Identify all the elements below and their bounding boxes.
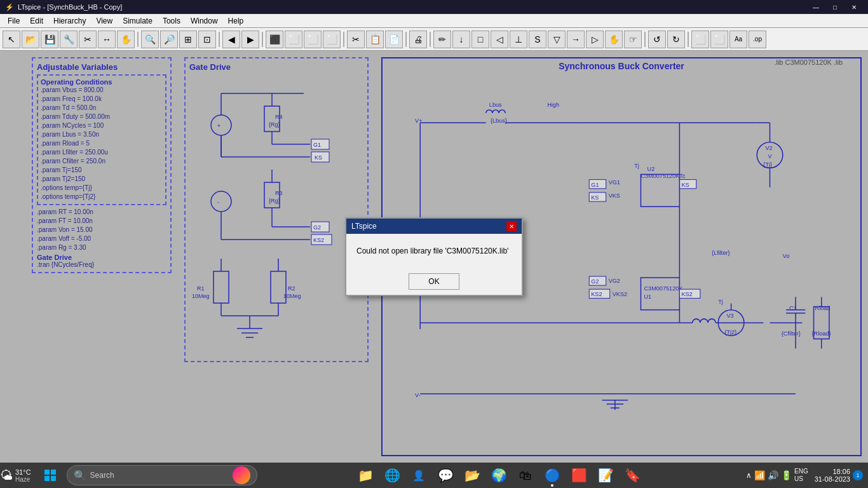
taskbar-app-folder[interactable]: 📂	[459, 463, 485, 488]
tb-component[interactable]: 🔧	[60, 30, 78, 48]
restore-button[interactable]: □	[826, 1, 844, 13]
tb-source[interactable]: ▽	[548, 30, 566, 48]
tb-copy[interactable]: 📋	[366, 30, 384, 48]
tb-pan[interactable]: ☞	[624, 30, 642, 48]
taskbar-app-profile[interactable]: 👤	[406, 463, 431, 488]
taskbar-app-bookmark[interactable]: 🔖	[620, 463, 645, 488]
taskbar-app-browser[interactable]: 🌍	[486, 463, 512, 488]
titlebar-title: LTspice - [SynchBuck_HB - Copy]	[18, 3, 122, 11]
tb-right[interactable]: →	[567, 30, 585, 48]
tb-zoom-in[interactable]: 🔍	[141, 30, 159, 48]
notification-badge[interactable]: 1	[853, 470, 863, 480]
tb-current[interactable]: □	[471, 30, 489, 48]
schematic[interactable]: .lib C3M0075120K .lib Adjustable Variabl…	[0, 51, 868, 463]
taskbar-app-chrome[interactable]: 🔵	[539, 463, 565, 488]
menu-view[interactable]: View	[91, 15, 118, 27]
tb-probe[interactable]: ◁	[491, 30, 508, 48]
tb-hand[interactable]: ✋	[117, 30, 135, 48]
menu-simulate[interactable]: Simulate	[118, 15, 158, 27]
sound-icon[interactable]: 🔊	[768, 470, 778, 480]
close-button[interactable]: ✕	[845, 1, 863, 13]
titlebar-controls: — □ ✕	[807, 1, 863, 13]
menu-help[interactable]: Help	[223, 15, 249, 27]
search-icon: 🔍	[74, 470, 86, 482]
tb-separator-6	[430, 32, 431, 47]
tb-print[interactable]: 🖨	[409, 30, 427, 48]
tb-open[interactable]: 📂	[22, 30, 39, 48]
taskbar-search-bar[interactable]: 🔍 Search	[67, 465, 257, 485]
menubar: File Edit Hierarchy View Simulate Tools …	[0, 14, 868, 28]
minimize-button[interactable]: —	[807, 1, 825, 13]
battery-icon[interactable]: 🔋	[781, 470, 792, 480]
tb-net[interactable]: ⬛	[266, 30, 283, 48]
tb-label[interactable]: ⬜	[304, 30, 322, 48]
tb-text2[interactable]: ⬜	[710, 30, 728, 48]
tb-spice[interactable]: .op	[749, 30, 766, 48]
tb-font[interactable]: Aa	[729, 30, 747, 48]
titlebar: ⚡ LTspice - [SynchBuck_HB - Copy] — □ ✕	[0, 0, 868, 14]
tb-cut[interactable]: ✂	[347, 30, 365, 48]
menu-edit[interactable]: Edit	[25, 15, 48, 27]
windows-icon	[44, 469, 57, 482]
dialog-titlebar: LTspice ✕	[346, 219, 522, 234]
tb-buf[interactable]: ▷	[586, 30, 604, 48]
dialog-title: LTspice	[351, 222, 377, 231]
tb-zoom-fit[interactable]: ⊡	[198, 30, 216, 48]
tb-gnd[interactable]: ⊥	[510, 30, 527, 48]
tb-scroll[interactable]: ✋	[605, 30, 623, 48]
tb-separator-3	[262, 32, 263, 47]
titlebar-left: ⚡ LTspice - [SynchBuck_HB - Copy]	[5, 3, 122, 11]
menu-window[interactable]: Window	[186, 15, 223, 27]
toolbar: ↖ 📂 💾 🔧 ✂ ↔ ✋ 🔍 🔎 ⊞ ⊡ ◀ ▶ ⬛ ⬜ ⬜ ⬜ ✂ 📋 📄 …	[0, 28, 868, 51]
tb-pen[interactable]: ✏	[433, 30, 451, 48]
network-icon[interactable]: 📶	[754, 470, 765, 480]
tb-prev[interactable]: ◀	[222, 30, 240, 48]
search-placeholder: Search	[90, 471, 114, 480]
show-hidden-icons[interactable]: ∧	[746, 471, 752, 480]
tb-separator-1	[137, 32, 139, 47]
menu-tools[interactable]: Tools	[158, 15, 186, 27]
system-clock[interactable]: 18:06 31-08-2023	[815, 468, 850, 483]
tb-drag[interactable]: ↔	[98, 30, 116, 48]
dialog-message-text: Could not open library file 'C3M0075120K…	[356, 247, 508, 255]
error-dialog: LTspice ✕ Could not open library file 'C…	[345, 217, 523, 296]
taskbar: 🌤 31°C Haze 🔍 Search 📁 🌐 👤 💬 📂 🌍 🛍 🔵	[0, 463, 868, 488]
taskbar-app-store[interactable]: 🛍	[513, 463, 538, 488]
taskbar-app-discord[interactable]: 💬	[433, 463, 458, 488]
search-avatar	[233, 466, 250, 484]
taskbar-app-file-explorer[interactable]: 📁	[353, 463, 378, 488]
tb-redo[interactable]: ↻	[667, 30, 685, 48]
tb-separator-8	[688, 32, 689, 47]
tb-cursor[interactable]: ↖	[3, 30, 20, 48]
dialog-close-button[interactable]: ✕	[506, 221, 517, 231]
tb-port2[interactable]: S	[529, 30, 546, 48]
tb-undo[interactable]: ↺	[648, 30, 666, 48]
tb-zoom-select[interactable]: ⊞	[179, 30, 197, 48]
menu-hierarchy[interactable]: Hierarchy	[48, 15, 91, 27]
tb-text1[interactable]: ⬜	[691, 30, 709, 48]
tb-move[interactable]: ✂	[79, 30, 97, 48]
tb-voltage[interactable]: ↓	[452, 30, 470, 48]
tb-bus[interactable]: ⬜	[285, 30, 302, 48]
svg-rect-123	[44, 476, 50, 481]
clock-date: 31-08-2023	[815, 475, 850, 483]
language-indicator[interactable]: ENGUS	[794, 468, 808, 483]
taskbar-app-notes[interactable]: 📝	[593, 463, 618, 488]
main-canvas[interactable]: .lib C3M0075120K .lib Adjustable Variabl…	[0, 51, 868, 463]
tb-save[interactable]: 💾	[41, 30, 58, 48]
start-button[interactable]	[36, 463, 64, 488]
tb-next[interactable]: ▶	[241, 30, 259, 48]
taskbar-app-red[interactable]: 🟥	[566, 463, 592, 488]
tb-zoom-out[interactable]: 🔎	[160, 30, 178, 48]
ok-button[interactable]: OK	[409, 273, 459, 290]
dialog-overlay: LTspice ✕ Could not open library file 'C…	[0, 51, 868, 463]
dialog-message: Could not open library file 'C3M0075120K…	[346, 234, 522, 268]
taskbar-app-edge[interactable]: 🌐	[379, 463, 405, 488]
tb-separator-5	[405, 32, 407, 47]
weather-icon: 🌤	[0, 468, 13, 483]
tb-paste[interactable]: 📄	[385, 30, 403, 48]
menu-file[interactable]: File	[3, 15, 25, 27]
svg-rect-124	[51, 476, 56, 481]
tb-port[interactable]: ⬜	[323, 30, 341, 48]
taskbar-right: ∧ 📶 🔊 🔋 ENGUS 18:06 31-08-2023 1	[741, 468, 868, 483]
